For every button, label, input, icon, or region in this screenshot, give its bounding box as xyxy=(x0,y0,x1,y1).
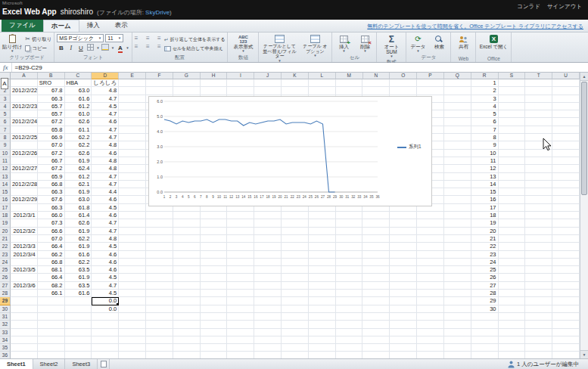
cell-b21[interactable]: 67.0 xyxy=(38,235,65,243)
cell-s19[interactable] xyxy=(499,219,526,227)
cell-t8[interactable] xyxy=(525,134,552,141)
cell-c27[interactable]: 63.5 xyxy=(65,282,92,290)
cell-n19[interactable] xyxy=(362,219,390,227)
cell-j27[interactable] xyxy=(254,282,282,290)
cell-a4[interactable]: 2012/2/23 xyxy=(11,103,38,110)
column-header-b[interactable]: B xyxy=(38,73,65,79)
cell-u24[interactable] xyxy=(552,259,580,266)
data-refresh-button[interactable]: ⟳ データ ▼ xyxy=(409,34,427,53)
cell-r22[interactable]: 22 xyxy=(471,243,499,250)
cell-o31[interactable] xyxy=(390,313,417,321)
cell-h30[interactable] xyxy=(201,305,228,313)
cell-l27[interactable] xyxy=(309,282,336,290)
cell-e24[interactable] xyxy=(119,259,146,266)
cell-f28[interactable] xyxy=(146,290,173,297)
cell-b9[interactable]: 67.0 xyxy=(38,141,65,149)
cell-h21[interactable] xyxy=(201,235,228,243)
column-header-p[interactable]: P xyxy=(417,73,444,79)
row-header-36[interactable]: 36 xyxy=(0,352,11,358)
cell-r21[interactable]: 21 xyxy=(471,235,499,243)
cell-c9[interactable]: 62.2 xyxy=(65,141,92,149)
cell-m21[interactable] xyxy=(336,235,363,243)
cell-o30[interactable] xyxy=(390,305,417,313)
cell-g20[interactable] xyxy=(173,228,201,235)
cell-b8[interactable]: 66.9 xyxy=(38,134,65,141)
cell-j36[interactable] xyxy=(254,352,282,358)
cell-g27[interactable] xyxy=(173,282,201,290)
cell-s34[interactable] xyxy=(499,336,526,344)
cell-k31[interactable] xyxy=(282,313,309,321)
cell-p28[interactable] xyxy=(417,290,444,297)
cell-c19[interactable]: 62.6 xyxy=(65,219,92,227)
row-header-21[interactable]: 21 xyxy=(0,235,11,243)
cell-m18[interactable] xyxy=(336,212,363,219)
cell-s22[interactable] xyxy=(499,243,526,250)
cell-h1[interactable] xyxy=(201,79,228,87)
cell-p21[interactable] xyxy=(417,235,444,243)
row-header-7[interactable]: 7 xyxy=(0,126,11,134)
cell-s1[interactable] xyxy=(499,79,526,87)
underline-button[interactable]: U xyxy=(76,44,85,52)
cell-d27[interactable]: 4.7 xyxy=(92,282,119,290)
cell-q15[interactable] xyxy=(444,188,471,196)
column-header-r[interactable]: R xyxy=(471,73,499,79)
merge-center-button[interactable]: セルを結合して中央揃え xyxy=(164,45,226,52)
cell-d36[interactable] xyxy=(92,352,119,358)
cell-a8[interactable]: 2012/2/25 xyxy=(11,134,38,141)
cell-g23[interactable] xyxy=(173,251,201,259)
cell-r19[interactable]: 19 xyxy=(471,219,499,227)
cell-o28[interactable] xyxy=(390,290,417,297)
cell-c30[interactable] xyxy=(65,305,92,313)
cell-m30[interactable] xyxy=(336,305,363,313)
cell-a6[interactable]: 2012/2/24 xyxy=(11,118,38,126)
cell-a2[interactable]: 2012/2/22 xyxy=(11,87,38,95)
cell-j35[interactable] xyxy=(254,344,282,352)
cell-q32[interactable] xyxy=(444,321,471,328)
cell-k24[interactable] xyxy=(282,259,309,266)
cell-b12[interactable]: 67.2 xyxy=(38,165,65,172)
cell-a11[interactable] xyxy=(11,157,38,165)
cell-a31[interactable] xyxy=(11,313,38,321)
cell-d33[interactable] xyxy=(92,329,119,336)
cell-a34[interactable] xyxy=(11,336,38,344)
cell-d16[interactable]: 4.6 xyxy=(92,196,119,203)
cell-l30[interactable] xyxy=(309,305,336,313)
cell-r2[interactable]: 2 xyxy=(471,87,499,95)
align-right-icon[interactable]: ≡ xyxy=(153,44,161,51)
cell-t9[interactable] xyxy=(525,141,552,149)
row-header-4[interactable]: 4 xyxy=(0,103,11,110)
cell-k21[interactable] xyxy=(282,235,309,243)
cell-u13[interactable] xyxy=(552,173,580,181)
cell-h33[interactable] xyxy=(201,329,228,336)
cell-t15[interactable] xyxy=(525,188,552,196)
cell-g25[interactable] xyxy=(173,266,201,274)
cell-q6[interactable] xyxy=(444,118,471,126)
cell-t34[interactable] xyxy=(525,336,552,344)
cell-c25[interactable]: 63.5 xyxy=(65,266,92,274)
cell-k27[interactable] xyxy=(282,282,309,290)
cell-h25[interactable] xyxy=(201,266,228,274)
cell-t23[interactable] xyxy=(525,251,552,259)
column-header-q[interactable]: Q xyxy=(444,73,471,79)
cell-i21[interactable] xyxy=(227,235,254,243)
cell-q18[interactable] xyxy=(444,212,471,219)
cell-t11[interactable] xyxy=(525,157,552,165)
cell-l32[interactable] xyxy=(309,321,336,328)
row-header-17[interactable]: 17 xyxy=(0,204,11,212)
cell-t27[interactable] xyxy=(525,282,552,290)
cell-i31[interactable] xyxy=(227,313,254,321)
cell-s8[interactable] xyxy=(499,134,526,141)
cell-t17[interactable] xyxy=(525,204,552,212)
cell-i36[interactable] xyxy=(227,352,254,358)
column-header-j[interactable]: J xyxy=(254,73,282,79)
cell-d30[interactable]: 0.0 xyxy=(92,305,119,313)
cell-f1[interactable] xyxy=(146,79,173,87)
cell-b25[interactable]: 68.1 xyxy=(38,266,65,274)
cell-e25[interactable] xyxy=(119,266,146,274)
cell-o35[interactable] xyxy=(390,344,417,352)
cell-u23[interactable] xyxy=(552,251,580,259)
cell-d5[interactable]: 4.7 xyxy=(92,110,119,118)
cell-i1[interactable] xyxy=(227,79,254,87)
cell-p2[interactable] xyxy=(417,87,444,95)
cell-n34[interactable] xyxy=(362,336,390,344)
